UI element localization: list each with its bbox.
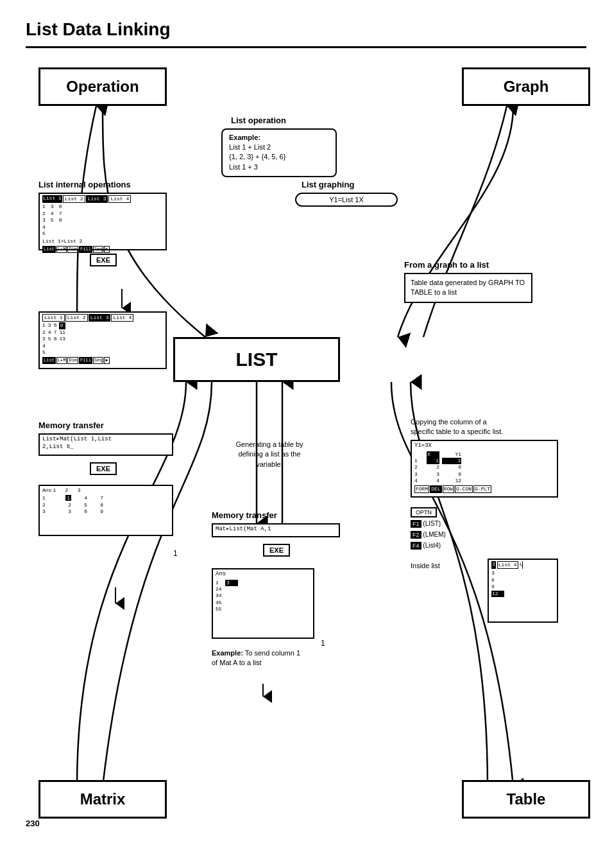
title-divider bbox=[26, 46, 586, 48]
f1-list: F1 (LIST) bbox=[411, 520, 441, 528]
optn-box: OPTN bbox=[411, 507, 437, 517]
example-text: List 1 + List 2{1, 2, 3} + {4, 5, 6}List… bbox=[229, 143, 329, 172]
f2-lmem: F2 (LMEM) bbox=[411, 531, 446, 539]
matrix-label: Matrix bbox=[80, 790, 126, 808]
from-graph-label: From a graph to a list bbox=[404, 260, 489, 270]
graph-box: Graph bbox=[462, 67, 590, 106]
num1-right: 1 bbox=[321, 639, 325, 648]
list-label: LIST bbox=[236, 349, 278, 370]
screen-list-internal-bottom: List 1 List 2 List 3 List 4 12345 345 67… bbox=[38, 311, 167, 369]
screen-list-internal-top: List 1 List 2 List 3 List 4 12345 345 67… bbox=[38, 193, 167, 250]
inside-list-label: Inside list bbox=[411, 562, 440, 569]
graph-label: Graph bbox=[504, 78, 549, 96]
page-title: List Data Linking bbox=[26, 19, 586, 40]
example-title: Example: bbox=[229, 134, 329, 141]
exe-button-memory-left: EXE bbox=[90, 462, 117, 475]
from-graph-box: Table data generated by GRAPH TO TABLE t… bbox=[404, 273, 532, 303]
f4-list4: F4 (List4) bbox=[411, 542, 441, 550]
screen-result-left: Ans 1 2 3 123 1 23 456 789 bbox=[38, 485, 173, 536]
screen-memory-center: Mat▸List(Mat A,1 bbox=[212, 523, 340, 537]
table-box: Table bbox=[462, 780, 590, 819]
page-number: 230 bbox=[26, 819, 40, 828]
screen-inside-list: 3 List 4 L 3 6 9 12 bbox=[488, 559, 558, 623]
operation-box: Operation bbox=[38, 67, 167, 106]
screen-table-right: Y1=3X X Y1 1234 1 234 3 6912 FORM DEL RO… bbox=[411, 440, 558, 498]
generating-desc: Generating a table bydefining a list as … bbox=[212, 440, 327, 469]
copying-desc: Copying the column of aspecific table to… bbox=[411, 417, 558, 437]
exe-button-center: EXE bbox=[263, 544, 290, 557]
exe-button-left: EXE bbox=[90, 254, 117, 266]
list-operation-bubble: Example: List 1 + List 2{1, 2, 3} + {4, … bbox=[221, 128, 337, 177]
diagram-container: Operation Graph List operation Example: … bbox=[26, 61, 590, 831]
list-box: LIST bbox=[173, 337, 340, 382]
list-operation-label: List operation bbox=[231, 116, 286, 125]
memory-transfer-center-label: Memory transfer bbox=[212, 510, 277, 520]
operation-label: Operation bbox=[66, 78, 139, 96]
num1-left: 1 bbox=[173, 549, 178, 558]
memory-transfer-left-label: Memory transfer bbox=[38, 421, 104, 430]
list-internal-label: List internal operations bbox=[38, 180, 131, 189]
screen-result-center: Ans 13 24 34 45 55 bbox=[212, 568, 314, 639]
screen-memory-left: List▸Mat(List 1,List 2,List 6_ bbox=[38, 433, 173, 456]
y1-bubble: Y1=List 1X bbox=[295, 193, 398, 207]
table-label: Table bbox=[507, 790, 546, 808]
list-graphing-label: List graphing bbox=[302, 180, 354, 189]
example-bottom: Example: To send column 1of Mat A to a l… bbox=[212, 648, 300, 668]
matrix-box: Matrix bbox=[38, 780, 167, 819]
